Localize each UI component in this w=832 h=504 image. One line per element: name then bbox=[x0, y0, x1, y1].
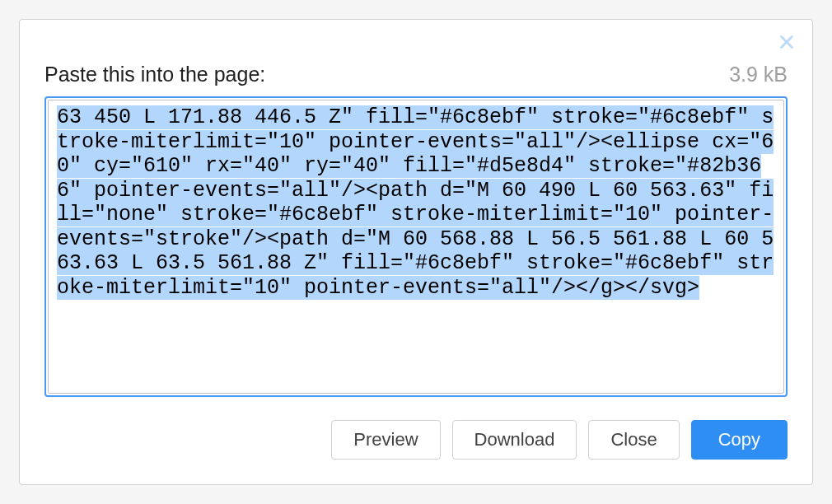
copy-button[interactable]: Copy bbox=[691, 420, 788, 460]
preview-button[interactable]: Preview bbox=[331, 420, 440, 460]
button-row: Preview Download Close Copy bbox=[44, 420, 788, 460]
file-size-label: 3.9 kB bbox=[729, 63, 788, 86]
modal-header: Paste this into the page: 3.9 kB bbox=[44, 63, 788, 86]
close-button[interactable]: Close bbox=[588, 420, 679, 460]
code-modal: Paste this into the page: 3.9 kB 63 450 … bbox=[19, 19, 813, 485]
header-title: Paste this into the page: bbox=[44, 63, 265, 86]
close-icon[interactable] bbox=[778, 33, 796, 51]
textarea-focus-ring: 63 450 L 171.88 446.5 Z" fill="#6c8ebf" … bbox=[44, 96, 788, 397]
download-button[interactable]: Download bbox=[452, 420, 577, 460]
code-textarea[interactable]: 63 450 L 171.88 446.5 Z" fill="#6c8ebf" … bbox=[48, 100, 784, 394]
